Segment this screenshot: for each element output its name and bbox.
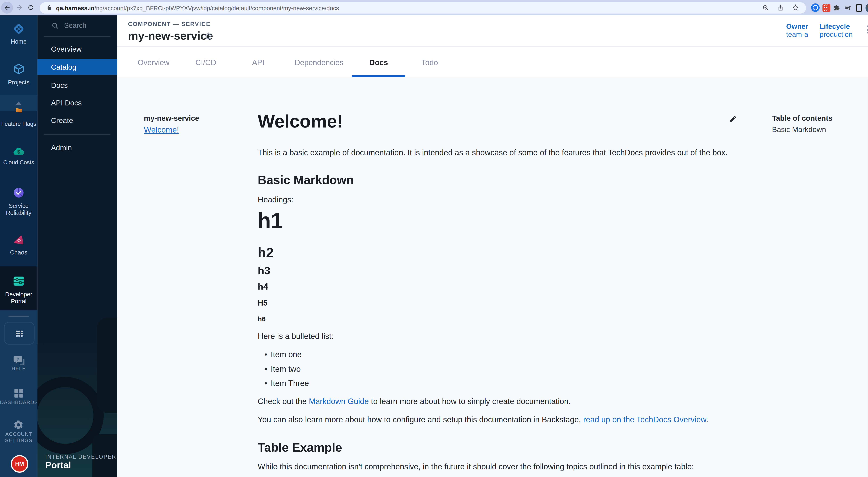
lifecycle-label: Lifecycle [819,23,859,31]
portal-eyebrow: INTERNAL DEVELOPER [45,453,116,459]
todoist-extension-icon[interactable] [821,2,832,13]
sidebar-item-feature-flags[interactable]: Feature Flags [0,121,37,127]
module-sidebar: Search Overview Catalog Docs API Docs Cr… [37,15,117,477]
onepassword-extension-icon[interactable] [810,2,821,13]
extensions-puzzle-icon[interactable] [832,2,842,13]
chaos-icon[interactable] [12,234,26,247]
guide-paragraph: Check out the Markdown Guide to learn mo… [258,397,571,406]
list-item: •Item one [265,350,302,359]
home-icon[interactable] [12,22,26,36]
divider [44,134,111,135]
sidebar-item-projects[interactable]: Projects [0,79,37,86]
reader-extension-icon[interactable] [854,2,864,13]
cloud-costs-icon[interactable]: $ [12,145,26,158]
headings-label: Headings: [258,195,293,204]
feature-flags-icon[interactable] [12,106,26,120]
sidebar-item-chaos[interactable]: Chaos [0,249,37,256]
toc-item-basic-markdown[interactable]: Basic Markdown [772,125,826,134]
reload-icon [27,4,34,11]
doc-title: Welcome! [258,111,343,132]
sidebar-item-admin[interactable]: Admin [37,140,117,155]
dashboards-icon[interactable] [13,388,27,401]
app-window: qa.harness.io/ng/account/px7xd_BFRCi-pfW… [0,0,868,477]
sidebar-item-overview[interactable]: Overview [37,41,117,57]
entity-tabs: Overview CI/CD API Dependencies Docs Tod… [117,47,868,77]
heading-demo-h6: h6 [258,315,266,323]
heading-demo-h5: H5 [258,299,268,307]
sidebar-item-api-docs[interactable]: API Docs [37,95,117,111]
browser-reload-button[interactable] [25,2,37,14]
tab-api[interactable]: API [252,58,265,67]
browser-profile-avatar[interactable] [864,2,868,13]
section-title-table-example: Table Example [258,441,342,455]
active-tab-underline [352,75,405,77]
sidebar-item-create[interactable]: Create [37,112,117,128]
doc-nav-link-welcome[interactable]: Welcome! [144,125,179,134]
entity-header: COMPONENT — SERVICE my-new-service Owner… [117,15,868,47]
sidebar-item-developer-portal[interactable]: Developer Portal [0,291,37,304]
favorite-star-icon[interactable] [203,31,213,41]
edit-pencil-icon[interactable] [729,115,737,123]
chevron-up-icon [15,100,23,106]
sidebar-item-service-reliability[interactable]: Service Reliability [0,202,37,216]
toc-title: Table of contents [772,114,832,122]
zoom-icon[interactable] [763,4,769,11]
doc-intro-paragraph: This is a basic example of documentation… [258,148,727,157]
bookmark-star-icon[interactable] [792,4,799,11]
breadcrumb: COMPONENT — SERVICE [128,20,210,27]
user-avatar[interactable]: HM [11,455,28,473]
developer-portal-icon[interactable] [12,274,26,288]
projects-icon[interactable] [12,62,26,76]
list-item: •Item two [265,364,301,374]
account-settings-gear-icon[interactable] [13,419,27,433]
sidebar-item-dashboards[interactable]: DASHBOARDS [0,399,37,406]
tab-dependencies[interactable]: Dependencies [294,58,344,67]
search-icon [52,22,59,29]
tab-overview[interactable]: Overview [138,58,169,67]
doc-nav-title: my-new-service [144,114,199,122]
browser-toolbar: qa.harness.io/ng/account/px7xd_BFRCi-pfW… [0,0,868,15]
browser-back-button[interactable] [1,2,13,14]
playlist-extension-icon[interactable] [843,2,854,13]
section-title-basic-markdown: Basic Markdown [258,173,354,188]
list-intro: Here is a bulleted list: [258,332,334,340]
share-icon[interactable] [777,4,784,11]
techdocs-overview-link[interactable]: read up on the TechDocs Overview [583,415,706,424]
back-arrow-icon [3,4,11,11]
page-title: my-new-service [128,30,213,42]
sidebar-item-docs[interactable]: Docs [37,77,117,93]
sidebar-divider [8,316,29,317]
markdown-guide-link[interactable]: Markdown Guide [309,397,369,406]
divider [44,36,111,37]
svg-text:?: ? [17,357,19,362]
lifecycle-field: Lifecycle production [819,23,859,38]
sidebar-item-catalog[interactable]: Catalog [37,59,117,75]
sidebar-item-account-settings[interactable]: ACCOUNT SETTINGS [0,431,37,444]
sidebar-item-cloud-costs[interactable]: Cloud Costs [0,159,37,166]
heading-demo-h4: h4 [258,282,268,292]
sidebar-item-home[interactable]: Home [0,38,37,45]
entity-menu-icon[interactable] [867,26,868,33]
svg-text:$: $ [17,149,20,155]
lifecycle-value[interactable]: production [819,31,859,38]
sidebar-item-help[interactable]: HELP [0,365,37,372]
primary-sidebar: Home Projects Feature Flags $ Cloud Cost… [0,15,37,477]
address-bar[interactable]: qa.harness.io/ng/account/px7xd_BFRCi-pfW… [39,2,806,13]
backstage-paragraph: You can also learn more about how to con… [258,415,708,424]
forward-arrow-icon [16,4,23,11]
search-row[interactable]: Search [37,18,117,33]
lock-icon [46,4,52,11]
heading-demo-h1: h1 [258,209,283,233]
module-grid-button[interactable] [4,322,35,345]
content-scrollbar-track [867,79,868,477]
browser-forward-button[interactable] [13,2,26,14]
url-text: qa.harness.io/ng/account/px7xd_BFRCi-pfW… [56,4,339,11]
list-item: •Item Three [265,379,309,388]
service-reliability-icon[interactable] [12,186,26,200]
portal-title: Portal [45,460,71,470]
tab-docs[interactable]: Docs [369,58,388,67]
tab-todo[interactable]: Todo [421,58,438,67]
heading-demo-h3: h3 [258,265,270,277]
tab-cicd[interactable]: CI/CD [195,58,216,67]
grid-icon [15,329,24,338]
